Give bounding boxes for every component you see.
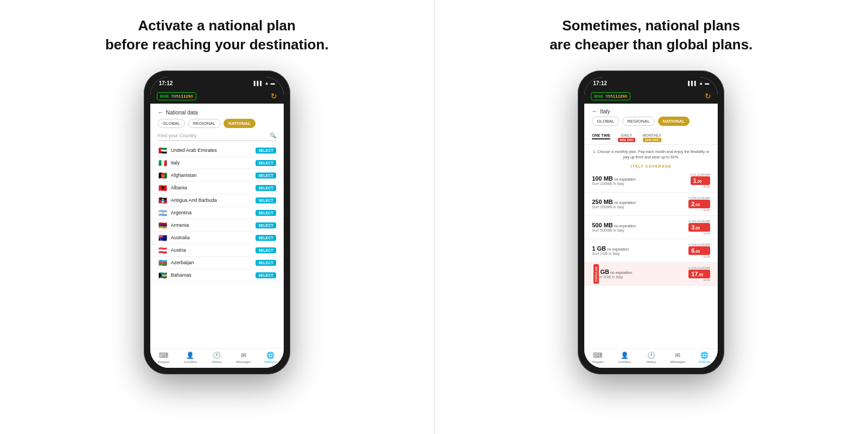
daily-badge: 30% OFF [618,138,635,142]
nav-messages-left[interactable]: ✉ Messages [230,352,257,363]
flag-italy: 🇮🇹 [158,159,168,166]
bne-badge-right: BNE 555111290 [591,92,630,100]
status-icons-left: ▌▌▌ ▲ ▬ [254,81,275,86]
nav-back-left[interactable]: ← National data [150,104,284,119]
price-badge-250mb[interactable]: 2 .00 [688,200,710,208]
plan-info-100mb: 100 MB no expiration Surf 100MB in Italy [592,175,690,186]
select-btn-af[interactable]: SELECT [256,173,276,178]
flag-at: 🇦🇹 [158,247,168,253]
table-row: 🇦🇪 United Arab Emirates SELECT [150,144,284,157]
plan-desc-250mb: Surf 250MB in Italy [592,205,688,209]
refresh-icon-left[interactable]: ↻ [271,92,277,100]
plan-desc-500mb: Surf 500MB in Italy [592,228,688,232]
softcure-label-left: Softcure [264,360,276,363]
plan-price-500mb: 0.006 EUR/MB 3 .00 EUR [688,220,710,235]
nav-contacts-right[interactable]: 👤 Contacts [611,352,637,363]
price-rate-100mb: 0.01 EUR/MB [691,173,711,176]
tab-daily[interactable]: DAILY 30% OFF [618,133,635,142]
contacts-label-left: Contacts [184,360,197,363]
tab-monthly[interactable]: MONTHLY 10% OFF [643,133,661,142]
select-btn-uae[interactable]: SELECT [256,148,276,154]
messages-label-right: Messages [671,360,685,363]
tab-national-left[interactable]: NATIONAL [224,119,256,128]
nav-history-left[interactable]: 🕐 History [203,352,230,363]
select-btn-at[interactable]: SELECT [256,247,276,253]
plan-row-100mb: 100 MB no expiration Surf 100MB in Italy… [584,169,718,193]
plan-expiry-1gb: no expiration [607,247,629,251]
plan-row-1gb: 1 GB no expiration Surf 1GB in Italy 0.0… [584,239,718,263]
messages-label-left: Messages [236,360,251,363]
back-arrow-icon-right: ← [592,108,598,114]
tab-one-time-label: ONE TIME [592,133,610,137]
nav-softcure-right[interactable]: 🌐 Softcure [691,352,718,363]
price-badge-100mb[interactable]: 1 .00 [691,176,711,185]
screen-title-right: Italy [600,108,610,114]
tab-national-right[interactable]: NATIONAL [658,117,690,126]
nav-keypad-left[interactable]: ⌨ Keypad [150,352,177,363]
table-row: 🇦🇱 Albania SELECT [150,182,284,194]
tab-regional-right[interactable]: REGIONAL [622,117,654,126]
country-name-am: Armenia [171,222,252,228]
right-headline: Sometimes, national plans are cheaper th… [550,16,752,54]
table-row: 🇦🇲 Armenia SELECT [150,219,284,232]
price-badge-1gb[interactable]: 6 .00 [688,246,710,255]
tab-one-time[interactable]: ONE TIME [592,133,610,142]
price-dec-250mb: .00 [694,203,700,207]
nav-history-right[interactable]: 🕐 History [638,352,665,363]
nav-back-right[interactable]: ← Italy [584,104,718,117]
plan-size-500mb: 500 MB [592,222,613,228]
price-badge-3gb[interactable]: 17 .00 [688,270,710,278]
select-btn-ar[interactable]: SELECT [256,210,276,216]
history-icon-right: 🕐 [647,352,655,359]
plan-type-row: ONE TIME DAILY 30% OFF MONTHLY 10% OFF [584,130,718,142]
italy-note: 1. Choose a monthly plan. Pay each month… [584,147,718,162]
table-row: 🇧🇸 Bahamas SELECT [150,269,284,282]
plan-info-1gb: 1 GB no expiration Surf 1GB in Italy [592,245,688,256]
select-btn-am[interactable]: SELECT [256,222,276,228]
nav-contacts-left[interactable]: 👤 Contacts [177,352,203,363]
monthly-badge: 10% OFF [643,138,661,142]
price-badge-500mb[interactable]: 3 .00 [688,223,710,232]
tab-global-right[interactable]: GLOBAL [592,117,619,126]
price-rate-1gb: 0.006 EUR/MB [688,243,710,246]
price-currency-1gb: EUR [688,255,710,258]
plan-expiry-250mb: no expiration [614,201,636,205]
search-icon-left[interactable]: 🔍 [270,132,276,138]
table-row: 🇦🇿 Azerbaijan SELECT [150,257,284,269]
history-label-right: History [646,360,656,363]
app-header-left: BNE 555111290 ↻ [150,88,284,104]
tab-row-left: GLOBAL REGIONAL NATIONAL [150,119,284,132]
plan-desc-3gb: Surf 3GB in Italy [595,275,688,279]
nav-keypad-right[interactable]: ⌨ Keypad [584,352,611,363]
nav-messages-right[interactable]: ✉ Messages [665,352,691,363]
plan-size-250mb: 250 MB [592,199,613,205]
select-btn-italy[interactable]: SELECT [256,160,276,166]
tab-global-left[interactable]: GLOBAL [158,119,185,128]
status-icons-right: ▌▌▌ ▲ ▬ [688,81,709,86]
plan-price-1gb: 0.006 EUR/MB 6 .00 EUR [688,243,710,258]
table-row: 🇦🇺 Australia SELECT [150,232,284,244]
signal-icon: ▌▌▌ [254,81,263,86]
select-btn-bs[interactable]: SELECT [256,272,276,278]
wifi-icon-right: ▲ [699,81,703,86]
plan-price-250mb: 0.008 EUR/MB 2 .00 EUR [688,196,710,212]
country-name-af: Afghanistan [171,173,252,178]
select-btn-al[interactable]: SELECT [256,185,276,191]
select-btn-az[interactable]: SELECT [256,260,276,266]
plan-desc-100mb: Surf 100MB in Italy [592,182,690,186]
select-btn-ag[interactable]: SELECT [256,197,276,203]
screen-right: ← Italy GLOBAL REGIONAL NATIONAL [584,104,718,348]
contacts-icon-right: 👤 [621,352,629,359]
country-list: 🇦🇪 United Arab Emirates SELECT 🇮🇹 Italy … [150,144,284,348]
country-name-az: Azerbaijan [171,260,252,265]
plan-info-500mb: 500 MB no expiration Surf 500MB in Italy [592,222,688,232]
price-dec-3gb: .00 [698,273,703,277]
table-row: 🇦🇷 Argentina SELECT [150,207,284,219]
select-btn-au[interactable]: SELECT [256,235,276,241]
nav-softcure-left[interactable]: 🌐 Softcure [257,352,284,363]
bne-label-right: BNE [594,94,603,99]
plan-info-250mb: 250 MB no expiration Surf 250MB in Italy [592,199,688,209]
wifi-icon: ▲ [265,81,269,86]
refresh-icon-right[interactable]: ↻ [705,92,711,100]
tab-regional-left[interactable]: REGIONAL [188,119,220,128]
